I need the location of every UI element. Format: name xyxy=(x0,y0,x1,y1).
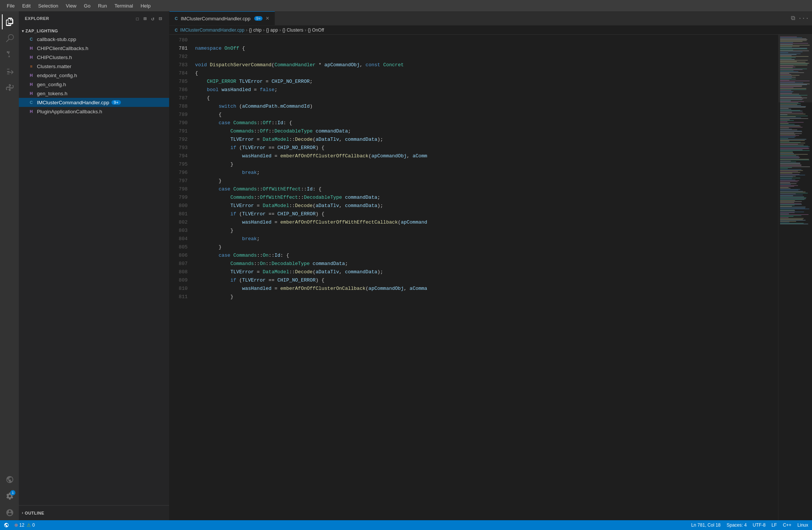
h-file-icon-3: H xyxy=(28,72,35,79)
remote-icon[interactable] xyxy=(2,472,17,487)
account-icon[interactable] xyxy=(2,505,17,520)
extensions-icon[interactable] xyxy=(2,81,17,96)
settings-badge: 1 xyxy=(10,490,15,495)
status-remote[interactable] xyxy=(4,522,10,528)
file-item-7[interactable]: C IMClusterCommandHandler.cpp 9+ xyxy=(19,98,169,107)
file-item-8[interactable]: H PluginApplicationCallbacks.h xyxy=(19,107,169,116)
status-language[interactable]: C++ xyxy=(783,522,792,528)
menu-view[interactable]: View xyxy=(63,2,79,9)
status-os[interactable]: Linux xyxy=(797,522,808,528)
tab-bar: C IMClusterCommandHandler.cpp 9+ × ⧉ ··· xyxy=(169,11,812,26)
breadcrumb-sep-2: › xyxy=(263,27,264,33)
code-line: void DispatchServerCommand(CommandHandle… xyxy=(192,61,778,69)
code-line: } xyxy=(192,243,778,251)
code-line: namespace OnOff { xyxy=(192,44,778,53)
file-item-5[interactable]: H gen_config.h xyxy=(19,80,169,89)
breadcrumb-chip[interactable]: {} chip xyxy=(249,27,261,33)
project-name: ZAP_LIGHTING xyxy=(26,29,58,33)
sidebar: Explorer ☐ ⊞ ↺ ⊟ ▾ ZAP_LIGHTING C callba… xyxy=(19,11,169,520)
cpp-file-icon-2: C xyxy=(28,99,35,106)
h-file-icon-2: H xyxy=(28,54,35,61)
minimap xyxy=(778,35,812,520)
project-folder-header[interactable]: ▾ ZAP_LIGHTING xyxy=(19,27,169,35)
more-actions-button[interactable]: ··· xyxy=(798,15,809,22)
sidebar-header-actions: ☐ ⊞ ↺ ⊟ xyxy=(134,15,163,23)
code-line: Commands::Off::DecodableType commandData… xyxy=(192,127,778,136)
file-item-2[interactable]: H CHIPClusters.h xyxy=(19,53,169,62)
code-line: } xyxy=(192,160,778,169)
split-editor-button[interactable]: ⧉ xyxy=(791,15,795,22)
menu-terminal[interactable]: Terminal xyxy=(111,2,136,9)
tab-close-button[interactable]: × xyxy=(266,15,269,22)
menu-edit[interactable]: Edit xyxy=(19,2,34,9)
breadcrumb-sep-3: › xyxy=(279,27,281,33)
refresh-button[interactable]: ↺ xyxy=(150,15,155,23)
menu-file[interactable]: File xyxy=(4,2,18,9)
status-spaces[interactable]: Spaces: 4 xyxy=(727,522,746,528)
breadcrumb-app[interactable]: {} app xyxy=(266,27,278,33)
file-name-3: Clusters.matter xyxy=(37,64,72,69)
file-name-5: gen_config.h xyxy=(37,82,66,87)
collapse-button[interactable]: ⊟ xyxy=(158,15,163,23)
code-content[interactable]: namespace OnOff { void DispatchServerCom… xyxy=(192,35,778,520)
file-name-6: gen_tokens.h xyxy=(37,91,67,96)
code-line: wasHandled = emberAfOnOffClusterOffWithE… xyxy=(192,218,778,227)
run-debug-icon[interactable] xyxy=(2,64,17,79)
status-position[interactable]: Ln 781, Col 18 xyxy=(691,522,720,528)
settings-icon[interactable]: 1 xyxy=(2,489,17,504)
status-errors[interactable]: ⊗ 12 ⚠ 0 xyxy=(14,522,35,528)
new-folder-button[interactable]: ⊞ xyxy=(142,15,148,23)
new-file-button[interactable]: ☐ xyxy=(134,15,140,23)
matter-file-icon: ≡ xyxy=(28,63,35,70)
menu-help[interactable]: Help xyxy=(137,2,154,9)
file-item-4[interactable]: H endpoint_config.h xyxy=(19,71,169,80)
code-line: if (TLVError == CHIP_NO_ERROR) { xyxy=(192,276,778,285)
active-tab[interactable]: C IMClusterCommandHandler.cpp 9+ × xyxy=(169,11,275,25)
code-line: wasHandled = emberAfOnOffClusterOffCallb… xyxy=(192,152,778,160)
tab-bar-actions: ⧉ ··· xyxy=(788,11,812,25)
status-left: ⊗ 12 ⚠ 0 xyxy=(4,522,35,528)
status-encoding[interactable]: UTF-8 xyxy=(753,522,766,528)
h-file-icon: H xyxy=(28,45,35,52)
outline-section-header[interactable]: › Outline xyxy=(19,505,169,520)
search-icon[interactable] xyxy=(2,31,17,46)
code-line: { xyxy=(192,94,778,102)
h-file-icon-5: H xyxy=(28,90,35,97)
code-line: { xyxy=(192,69,778,78)
breadcrumb-onoff[interactable]: {} OnOff xyxy=(308,27,324,33)
code-line: case Commands::On::Id: { xyxy=(192,251,778,260)
line-numbers: 7807817827837847857867877887897907917927… xyxy=(169,35,192,520)
explorer-icon[interactable] xyxy=(2,14,17,29)
sidebar-title: Explorer xyxy=(25,16,49,21)
file-name-8: PluginApplicationCallbacks.h xyxy=(37,109,102,114)
file-item-3[interactable]: ≡ Clusters.matter xyxy=(19,62,169,71)
code-line xyxy=(192,36,778,44)
menu-bar: File Edit Selection View Go Run Terminal… xyxy=(0,0,812,11)
menu-selection[interactable]: Selection xyxy=(35,2,61,9)
code-line: Commands::OffWithEffect::DecodableType c… xyxy=(192,193,778,202)
breadcrumb-file[interactable]: C IMClusterCommandHandler.cpp xyxy=(175,27,244,33)
code-line: CHIP_ERROR TLVError = CHIP_NO_ERROR; xyxy=(192,78,778,86)
code-line: case Commands::Off::Id: { xyxy=(192,119,778,127)
file-name-7: IMClusterCommandHandler.cpp xyxy=(37,100,109,105)
code-line: { xyxy=(192,111,778,119)
sidebar-header: Explorer ☐ ⊞ ↺ ⊟ xyxy=(19,11,169,26)
file-item-0[interactable]: C callback-stub.cpp xyxy=(19,35,169,44)
tab-file-icon: C xyxy=(175,16,178,21)
file-item-1[interactable]: H CHIPClientCallbacks.h xyxy=(19,44,169,53)
code-line: if (TLVError == CHIP_NO_ERROR) { xyxy=(192,210,778,218)
chevron-right-icon: › xyxy=(22,511,23,515)
code-line: TLVError = DataModel::Decode(aDataTlv, c… xyxy=(192,136,778,144)
menu-run[interactable]: Run xyxy=(95,2,110,9)
source-control-icon[interactable] xyxy=(2,47,17,62)
code-line: if (TLVError == CHIP_NO_ERROR) { xyxy=(192,144,778,152)
breadcrumb-clusters[interactable]: {} Clusters xyxy=(282,27,303,33)
breadcrumb-sep-4: › xyxy=(305,27,306,33)
file-item-6[interactable]: H gen_tokens.h xyxy=(19,89,169,98)
cpp-file-icon: C xyxy=(28,36,35,43)
status-right: Ln 781, Col 18 Spaces: 4 UTF-8 LF C++ Li… xyxy=(691,522,808,528)
menu-go[interactable]: Go xyxy=(81,2,93,9)
main-layout: 1 Explorer ☐ ⊞ ↺ ⊟ ▾ ZAP_LIGHTING C xyxy=(0,11,812,520)
status-line-ending[interactable]: LF xyxy=(772,522,777,528)
breadcrumb: C IMClusterCommandHandler.cpp › {} chip … xyxy=(169,26,812,35)
